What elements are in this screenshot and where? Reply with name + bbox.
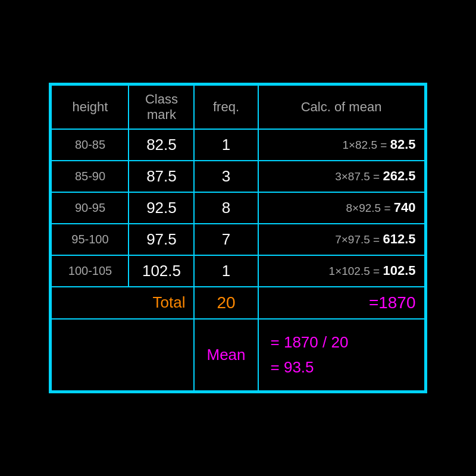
classmark-label-line1: Class (145, 92, 178, 107)
table-row: 100-105 102.5 1 1×102.5 = 102.5 (51, 255, 424, 287)
classmark-value-2: 87.5 (129, 161, 194, 192)
calc-value-4: 7×97.5 = 612.5 (258, 224, 425, 255)
calc-bright-2: 262.5 (383, 168, 415, 183)
calc-bright-3: 740 (394, 200, 416, 215)
classmark-value-3: 92.5 (129, 192, 194, 224)
mean-row: Mean = 1870 / 20 = 93.5 (51, 319, 424, 391)
classmark-value-1: 82.5 (129, 129, 194, 161)
calc-dim-5: 1×102.5 = (329, 265, 383, 277)
header-height: height (51, 85, 129, 129)
freq-value-1: 1 (194, 129, 258, 161)
freq-value-4: 7 (194, 224, 258, 255)
calc-dim-4: 7×97.5 = (335, 233, 383, 246)
height-value-1: 80-85 (51, 129, 129, 161)
calc-value-2: 3×87.5 = 262.5 (258, 161, 425, 192)
total-label: Total (51, 287, 194, 319)
mean-calc: = 1870 / 20 = 93.5 (258, 319, 425, 391)
mean-calc-line1: = 1870 / 20 (271, 330, 412, 355)
mean-label: Mean (194, 319, 258, 391)
header-calc-mean: Calc. of mean (258, 85, 425, 129)
table-row: 85-90 87.5 3 3×87.5 = 262.5 (51, 161, 424, 192)
freq-value-2: 3 (194, 161, 258, 192)
total-row: Total 20 =1870 (51, 287, 424, 319)
header-freq: freq. (194, 85, 258, 129)
total-calc: =1870 (258, 287, 425, 319)
calc-bright-1: 82.5 (390, 137, 416, 152)
calc-dim-1: 1×82.5 = (342, 139, 390, 151)
mean-calc-line2: = 93.5 (271, 355, 412, 380)
freq-value-5: 1 (194, 255, 258, 287)
calc-value-5: 1×102.5 = 102.5 (258, 255, 425, 287)
stats-table: height Class mark freq. Calc. of mean 80… (49, 83, 427, 393)
table-row: 95-100 97.5 7 7×97.5 = 612.5 (51, 224, 424, 255)
freq-value-3: 8 (194, 192, 258, 224)
calc-dim-2: 3×87.5 = (335, 170, 383, 183)
calc-value-1: 1×82.5 = 82.5 (258, 129, 425, 161)
calc-bright-4: 612.5 (383, 231, 415, 246)
height-value-5: 100-105 (51, 255, 129, 287)
calc-bright-5: 102.5 (383, 263, 415, 278)
classmark-value-5: 102.5 (129, 255, 194, 287)
table-header-row: height Class mark freq. Calc. of mean (51, 85, 424, 129)
table-row: 80-85 82.5 1 1×82.5 = 82.5 (51, 129, 424, 161)
classmark-label-line2: mark (147, 107, 176, 122)
total-freq: 20 (194, 287, 258, 319)
classmark-value-4: 97.5 (129, 224, 194, 255)
height-value-2: 85-90 (51, 161, 129, 192)
table-row: 90-95 92.5 8 8×92.5 = 740 (51, 192, 424, 224)
calc-value-3: 8×92.5 = 740 (258, 192, 425, 224)
header-classmark: Class mark (129, 85, 194, 129)
height-value-3: 90-95 (51, 192, 129, 224)
height-value-4: 95-100 (51, 224, 129, 255)
calc-dim-3: 8×92.5 = (346, 202, 394, 214)
